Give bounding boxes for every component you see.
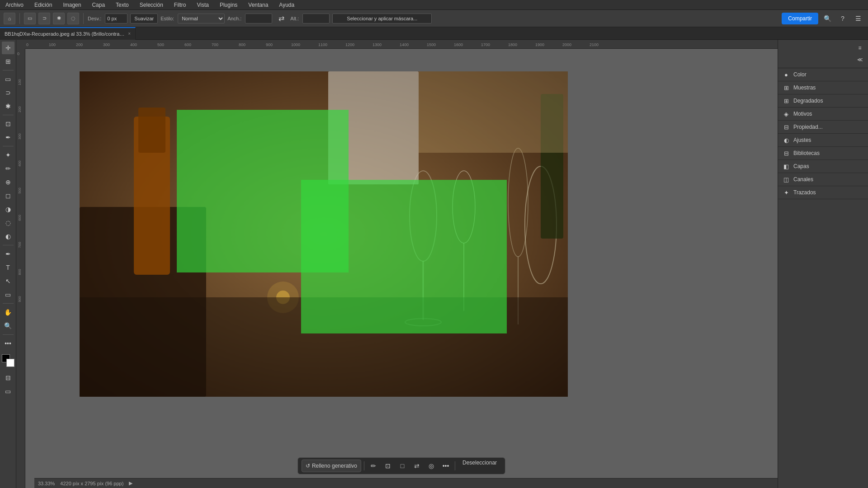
blur-tool[interactable]: ◌ [2, 216, 14, 229]
shape-tool[interactable]: ▭ [2, 288, 14, 301]
screen-mode-btn[interactable]: ▭ [2, 385, 14, 398]
statusbar-arrow[interactable]: ▶ [129, 480, 132, 486]
quick-mask-btn[interactable]: ⊟ [2, 371, 14, 384]
mask-button[interactable]: Seleccionar y aplicar máscara... [332, 14, 432, 23]
panel-item-propiedades[interactable]: ⊟ Propiedad... [778, 121, 868, 134]
menu-texto[interactable]: Texto [114, 1, 131, 9]
svg-text:600: 600 [184, 42, 191, 47]
shape-icon: ▭ [5, 291, 11, 298]
panel-dock-btn[interactable]: ≪ [854, 54, 866, 65]
sel-more-btn[interactable]: ••• [439, 460, 452, 472]
eraser-tool[interactable]: ◻ [2, 189, 14, 202]
settings-icon[interactable]: ☰ [852, 12, 864, 25]
menu-plugins[interactable]: Plugins [218, 1, 239, 9]
text-tool[interactable]: T [2, 261, 14, 274]
magic-wand-btn[interactable]: ✱ [53, 13, 65, 24]
menu-imagen[interactable]: Imagen [61, 1, 83, 9]
panel-item-capas[interactable]: ◧ Capas [778, 160, 868, 173]
zoom-tool[interactable]: 🔍 [2, 319, 14, 332]
bibliotecas-icon: ⊟ [783, 150, 790, 157]
panel-item-color[interactable]: ● Color [778, 68, 868, 81]
desv-input[interactable] [105, 14, 127, 23]
magic-wand-tool[interactable]: ✱ [2, 100, 14, 113]
alt-input[interactable] [302, 14, 330, 23]
panel-item-canales[interactable]: ◫ Canales [778, 173, 868, 186]
canvas-area: 0 100 200 300 400 500 600 700 800 900 10… [16, 40, 778, 488]
active-tab[interactable]: BB1hqDXw-Recuperado.jpeg al 33.3% (Brill… [0, 27, 136, 40]
estilo-select[interactable]: Normal Con restricción Tamaño fijo [178, 14, 225, 23]
swap-icon[interactable]: ⇄ [275, 12, 288, 25]
eyedropper-tool[interactable]: ✒ [2, 131, 14, 144]
lasso-btn[interactable]: ⊃ [38, 13, 50, 24]
svg-text:100: 100 [18, 79, 22, 85]
trazados-label: Trazados [793, 189, 816, 196]
degradados-label: Degradados [793, 98, 823, 104]
trazados-icon: ✦ [783, 189, 790, 196]
sel-warp-btn[interactable]: ⇄ [410, 460, 423, 472]
share-button[interactable]: Compartir [782, 13, 818, 24]
suavizar-button[interactable]: Suavizar [130, 14, 158, 23]
move-tool[interactable]: ✛ [2, 42, 14, 54]
menu-edicion[interactable]: Edición [33, 1, 54, 9]
help-icon[interactable]: ? [836, 12, 849, 25]
panel-item-ajustes[interactable]: ◐ Ajustes [778, 134, 868, 147]
hand-tool[interactable]: ✋ [2, 306, 14, 319]
gradient-tool[interactable]: ◑ [2, 203, 14, 216]
tab-close-btn[interactable]: × [128, 31, 131, 36]
panel-item-muestras[interactable]: ⊞ Muestras [778, 81, 868, 94]
svg-text:500: 500 [157, 42, 164, 47]
panel-item-bibliotecas[interactable]: ⊟ Bibliotecas [778, 147, 868, 160]
crop-tool[interactable]: ⊡ [2, 117, 14, 130]
anch-input[interactable] [245, 14, 272, 23]
eyedropper-icon: ✒ [5, 134, 11, 141]
clone-tool[interactable]: ⊕ [2, 176, 14, 188]
quick-sel-icon: ◌ [71, 15, 75, 21]
sel-mask-icon: ◎ [429, 462, 434, 469]
artboard-tool[interactable]: ⊞ [2, 55, 14, 68]
menu-filtro[interactable]: Filtro [172, 1, 188, 9]
menu-seleccion[interactable]: Selección [138, 1, 165, 9]
tab-title: BB1hqDXw-Recuperado.jpeg al 33.3% (Brill… [5, 31, 125, 37]
search-icon[interactable]: 🔍 [821, 12, 834, 25]
menu-archivo[interactable]: Archivo [4, 1, 25, 9]
panel-collapse-btn[interactable]: ≡ [854, 42, 866, 53]
lt-sep-2 [3, 115, 14, 115]
sel-brush-icon: ✏ [371, 462, 376, 469]
dodge-icon: ◐ [5, 233, 11, 240]
sel-transform-icon: ⊡ [385, 462, 391, 469]
toolbar-sep-1 [19, 13, 20, 24]
menu-capa[interactable]: Capa [90, 1, 107, 9]
marquee-tool[interactable]: ▭ [2, 73, 14, 85]
home-button[interactable]: ⌂ [4, 13, 15, 24]
svg-text:2000: 2000 [562, 42, 571, 47]
quick-selection-btn[interactable]: ◌ [67, 13, 79, 24]
canvas-size: 4220 píx x 2795 píx (96 ppp) [60, 481, 123, 486]
menu-vista[interactable]: Vista [195, 1, 210, 9]
sel-brush-btn[interactable]: ✏ [367, 460, 380, 472]
path-select-tool[interactable]: ↖ [2, 275, 14, 287]
deselect-button[interactable]: Deseleccionar [458, 460, 501, 472]
menu-ayuda[interactable]: Ayuda [277, 1, 296, 9]
heal-tool[interactable]: ✦ [2, 149, 14, 161]
background-color[interactable] [6, 359, 14, 367]
lasso-tool-icon: ⊃ [5, 89, 11, 96]
dodge-tool[interactable]: ◐ [2, 230, 14, 243]
extra-tools-btn[interactable]: ••• [2, 337, 14, 350]
pen-tool[interactable]: ✒ [2, 248, 14, 260]
brush-tool[interactable]: ✏ [2, 162, 14, 175]
sel-rect-btn[interactable]: □ [396, 460, 409, 472]
lasso-tool[interactable]: ⊃ [2, 86, 14, 99]
panel-item-trazados[interactable]: ✦ Trazados [778, 186, 868, 199]
rectangular-marquee-btn[interactable]: ▭ [24, 13, 36, 24]
panel-item-degradados[interactable]: ⊞ Degradados [778, 94, 868, 108]
sel-transform-btn[interactable]: ⊡ [382, 460, 394, 472]
svg-text:200: 200 [76, 42, 83, 47]
menu-ventana[interactable]: Ventana [246, 1, 270, 9]
svg-text:1700: 1700 [481, 42, 490, 47]
generative-fill-btn[interactable]: ↺ Relleno generativo [302, 460, 361, 472]
statusbar: 33.33% 4220 píx x 2795 píx (96 ppp) ▶ [34, 478, 778, 488]
panel-item-motivos[interactable]: ◈ Motivos [778, 108, 868, 121]
color-panel-icon: ● [783, 71, 790, 78]
sel-mask-btn[interactable]: ◎ [425, 460, 438, 472]
color-swatch[interactable] [2, 354, 14, 367]
